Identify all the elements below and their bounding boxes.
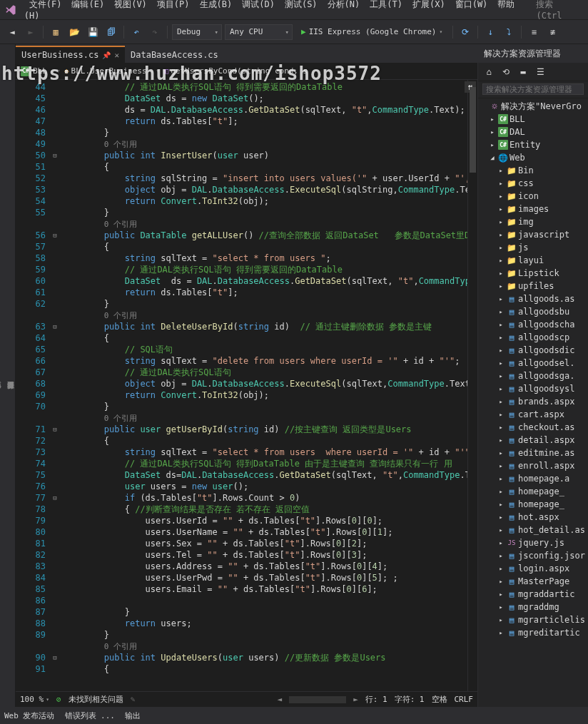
project-node[interactable]: ▸C#DAL <box>478 126 588 138</box>
menu-item[interactable]: 窗口(W) <box>450 0 493 12</box>
folder-node[interactable]: ▸📁Lipstick <box>478 267 588 280</box>
aspx-icon: ▤ <box>507 576 517 586</box>
file-node[interactable]: ▸▤allgoodsdic <box>478 344 588 357</box>
file-node[interactable]: ▸▤brands.aspx <box>478 395 588 408</box>
file-node[interactable]: ▸▤login.aspx <box>478 562 588 575</box>
file-node[interactable]: ▸▤allgoodscha <box>478 318 588 331</box>
bottom-tab[interactable]: 输出 <box>125 710 141 721</box>
collapse-icon[interactable]: ▬ <box>515 64 531 80</box>
folder-node[interactable]: ▸📁Bin <box>478 164 588 177</box>
file-node[interactable]: ▸▤MasterPage <box>478 575 588 588</box>
aspx-icon: ▤ <box>507 294 517 304</box>
folder-node[interactable]: ▸📁images <box>478 203 588 215</box>
folder-node[interactable]: ▸📁javascript <box>478 228 588 241</box>
menu-item[interactable]: 项目(P) <box>152 0 195 12</box>
bc-project[interactable]: C#BLL <box>19 66 49 76</box>
solution-search-input[interactable] <box>482 83 584 95</box>
folder-node[interactable]: ▸📁js <box>478 241 588 254</box>
uncomment-icon[interactable]: ≢ <box>544 24 560 40</box>
file-node[interactable]: ▸▤checkout.as <box>478 421 588 434</box>
folder-node[interactable]: ▸📁upfiles <box>478 280 588 292</box>
bc-method[interactable]: ◧getUsersByCond(string cond, s <box>162 66 310 76</box>
file-node[interactable]: ▸▤hot.aspx <box>478 511 588 524</box>
code-editor[interactable]: 4445464748495051525354555657585960616263… <box>16 80 477 691</box>
comment-icon[interactable]: ≡ <box>526 24 542 40</box>
document-tab[interactable]: DataBaseAccess.cs <box>125 46 224 63</box>
file-node[interactable]: ▸▤mgrarticlelis <box>478 613 588 626</box>
folder-node[interactable]: ▸📁img <box>478 215 588 228</box>
solution-root[interactable]: ⛭解决方案"NeverGro <box>478 100 588 113</box>
browser-link-icon[interactable]: ⟳ <box>457 24 473 40</box>
scroll-thumb[interactable] <box>470 87 476 173</box>
run-button[interactable]: ▶IIS Express (Google Chrome) ▾ <box>295 24 448 40</box>
project-node[interactable]: ▸C#BLL <box>478 113 588 126</box>
menu-item[interactable]: 生成(B) <box>195 0 238 12</box>
file-node[interactable]: ▸▤allgoodsbu <box>478 305 588 318</box>
indent-indicator[interactable]: 空格 <box>432 694 447 705</box>
config-combo[interactable]: Debug <box>172 24 222 40</box>
menu-search[interactable]: 搜索 (Ctrl <box>536 0 584 21</box>
vertical-scrollbar[interactable]: ⇅ <box>467 80 477 691</box>
menu-item[interactable]: 编辑(E) <box>66 0 109 12</box>
file-node[interactable]: ▸▤homepage_ <box>478 485 588 498</box>
bc-class[interactable]: ⬘BLL.UserBusiness <box>62 66 149 76</box>
file-node[interactable]: ▸▤detail.aspx <box>478 434 588 447</box>
step-into-icon[interactable]: ↓ <box>482 24 498 40</box>
file-node[interactable]: ▸▤allgoodscp <box>478 331 588 344</box>
folder-node[interactable]: ▸📁css <box>478 177 588 190</box>
nav-fwd-icon[interactable]: ► <box>23 24 39 40</box>
close-icon[interactable]: ✕ <box>114 51 119 60</box>
document-tab[interactable]: UserBusiness.cs📌✕ <box>16 46 125 63</box>
file-node[interactable]: ▸▤mgreditartic <box>478 626 588 639</box>
menu-item[interactable]: 分析(N) <box>323 0 365 12</box>
menu-item[interactable]: 测试(S) <box>280 0 323 12</box>
nav-back-icon[interactable]: ◄ <box>4 24 20 40</box>
undo-icon[interactable]: ↶ <box>128 24 144 40</box>
file-node[interactable]: ▸▤editmine.as <box>478 447 588 459</box>
menu-item[interactable]: 调试(D) <box>237 0 280 12</box>
web-project[interactable]: ◢🌐Web <box>478 151 588 164</box>
issues-text[interactable]: 未找到相关问题 <box>69 694 123 705</box>
solution-tree[interactable]: ⛭解决方案"NeverGro▸C#BLL▸C#DAL▸C#Entity◢🌐Web… <box>478 98 588 707</box>
csharp-icon: C# <box>21 66 31 76</box>
file-node[interactable]: ▸▤allgoodsel. <box>478 357 588 369</box>
open-file-icon[interactable]: 📂 <box>66 24 82 40</box>
solution-title: 解决方案资源管理器 <box>478 44 588 63</box>
save-all-icon[interactable]: 🗐 <box>103 24 119 40</box>
zoom-level[interactable]: 100 % <box>20 695 49 704</box>
file-node[interactable]: ▸▤mgraddmg <box>478 601 588 613</box>
file-node[interactable]: ▸▤mgraddartic <box>478 588 588 601</box>
file-node[interactable]: ▸▤cart.aspx <box>478 408 588 421</box>
bottom-tab[interactable]: Web 发布活动 <box>4 710 55 721</box>
file-node[interactable]: ▸▤homepage.a <box>478 472 588 485</box>
folder-node[interactable]: ▸📁layui <box>478 254 588 267</box>
bottom-tab[interactable]: 错误列表 ... <box>65 710 116 721</box>
platform-combo[interactable]: Any CPU <box>225 24 293 40</box>
folder-node[interactable]: ▸📁icon <box>478 190 588 203</box>
line-indicator[interactable]: 行: 1 <box>365 694 387 705</box>
show-all-icon[interactable]: ☰ <box>532 64 548 80</box>
new-project-icon[interactable]: ▦ <box>48 24 64 40</box>
menu-item[interactable]: 工具(T) <box>365 0 407 12</box>
project-node[interactable]: ▸C#Entity <box>478 138 588 151</box>
folder-icon: 📁 <box>507 165 517 175</box>
menu-item[interactable]: 视图(V) <box>109 0 152 12</box>
sync-icon[interactable]: ⟲ <box>498 64 514 80</box>
file-node[interactable]: ▸▤hot_detail.as <box>478 524 588 536</box>
file-node[interactable]: ▸▤allgoods.as <box>478 292 588 305</box>
menu-item[interactable]: 扩展(X) <box>407 0 450 12</box>
encoding-indicator[interactable]: CRLF <box>455 695 474 704</box>
pin-icon[interactable]: 📌 <box>102 51 111 59</box>
save-icon[interactable]: 💾 <box>85 24 101 40</box>
step-over-icon[interactable]: ⤵ <box>501 24 517 40</box>
redo-icon[interactable]: ↷ <box>147 24 163 40</box>
file-node[interactable]: ▸▤homepage_ <box>478 498 588 511</box>
file-node[interactable]: ▸JSjquery.js <box>478 536 588 549</box>
file-node[interactable]: ▸▤allgoodsga. <box>478 369 588 382</box>
home-icon[interactable]: ⌂ <box>481 64 497 80</box>
left-tool-rail[interactable]: 服务器资源管理器工具箱 <box>0 44 16 707</box>
file-node[interactable]: ▸▤jsconfig.jsor <box>478 549 588 562</box>
file-node[interactable]: ▸▤allgoodsysl <box>478 382 588 395</box>
col-indicator[interactable]: 字符: 1 <box>395 694 425 705</box>
file-node[interactable]: ▸▤enroll.aspx <box>478 459 588 472</box>
